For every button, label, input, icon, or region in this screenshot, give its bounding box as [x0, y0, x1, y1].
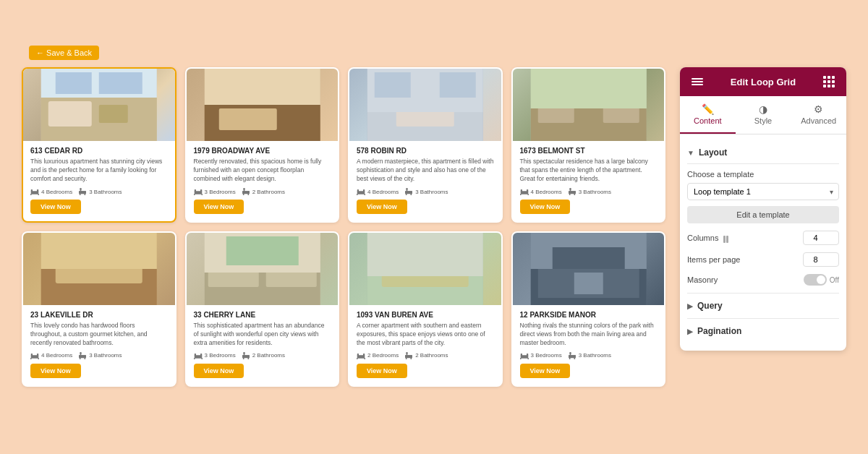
view-now-button[interactable]: View Now [520, 200, 571, 214]
svg-rect-22 [204, 69, 320, 105]
items-per-page-input[interactable] [803, 252, 839, 267]
view-now-button[interactable]: View Now [194, 200, 244, 214]
bathroom-feature: 2 Bathrooms [404, 352, 448, 359]
bath-icon [404, 188, 413, 195]
card-description: This spectacular residence has a large b… [520, 158, 658, 184]
pagination-section-header[interactable]: ▶ Pagination [687, 318, 839, 343]
masonry-toggle[interactable] [804, 274, 827, 286]
save-back-button[interactable]: ← Save & Back [29, 46, 99, 60]
svg-rect-41 [357, 189, 359, 192]
view-now-button[interactable]: View Now [520, 364, 571, 378]
property-card[interactable]: 1979 Broadway Ave Recently renovated, th… [185, 67, 340, 223]
svg-rect-75 [38, 358, 40, 359]
svg-rect-3 [99, 105, 128, 123]
svg-rect-46 [406, 194, 407, 196]
toggle-knob [817, 275, 825, 284]
svg-point-98 [243, 352, 245, 354]
card-body: 1979 Broadway Ave Recently renovated, th… [187, 141, 339, 221]
svg-rect-128 [569, 355, 576, 356]
card-image [23, 69, 175, 141]
svg-rect-95 [247, 357, 249, 359]
columns-input[interactable] [803, 231, 839, 245]
bed-icon [357, 352, 365, 359]
svg-point-113 [406, 352, 408, 354]
svg-rect-26 [194, 194, 195, 195]
template-select[interactable]: Loop template 1 [687, 183, 839, 200]
svg-rect-8 [31, 189, 33, 192]
edit-template-button[interactable]: Edit a template [687, 206, 839, 223]
svg-rect-63 [574, 194, 575, 196]
svg-rect-90 [200, 354, 202, 356]
property-card[interactable]: 33 Cherry Lane This sophisticated apartm… [185, 231, 340, 387]
view-now-button[interactable]: View Now [357, 364, 407, 378]
svg-rect-118 [552, 247, 624, 269]
bathroom-count: 2 Bathrooms [252, 189, 285, 195]
svg-rect-94 [242, 357, 244, 359]
card-image [513, 233, 665, 305]
bedroom-feature: 4 Bedrooms [520, 188, 562, 195]
card-description: Nothing rivals the stunning colors of th… [520, 322, 658, 348]
bathroom-count: 3 Bathrooms [579, 352, 611, 359]
card-body: 1093 Van Buren Ave A corner apartment wi… [349, 305, 501, 385]
bed-icon [30, 188, 39, 195]
grid-icon[interactable] [823, 76, 835, 87]
bedroom-feature: 4 Bedrooms [30, 188, 72, 195]
card-address: 1673 Belmont St [520, 147, 658, 155]
view-now-button[interactable]: View Now [30, 200, 81, 214]
property-card[interactable]: 613 Cedar Rd This luxurious apartment ha… [22, 67, 176, 223]
property-card[interactable]: 1093 Van Buren Ave A corner apartment wi… [348, 231, 503, 387]
card-address: 33 Cherry Lane [194, 311, 331, 319]
svg-rect-122 [527, 354, 528, 356]
svg-rect-64 [569, 191, 576, 192]
property-card[interactable]: 23 Lakeville Dr This lovely condo has ha… [22, 231, 176, 387]
svg-rect-39 [440, 72, 476, 98]
svg-rect-57 [520, 189, 522, 192]
svg-rect-126 [569, 357, 570, 359]
svg-point-33 [243, 188, 245, 190]
view-now-button[interactable]: View Now [357, 200, 407, 214]
bathroom-count: 2 Bathrooms [415, 352, 448, 359]
query-section-header[interactable]: ▶ Query [687, 293, 839, 318]
card-address: 613 Cedar Rd [30, 147, 168, 155]
svg-rect-119 [574, 273, 603, 294]
property-card[interactable]: 578 Robin Rd A modern masterpiece, this … [348, 67, 503, 223]
card-body: 12 Parkside Manor Nothing rivals the stu… [513, 305, 665, 385]
panel-header: Edit Loop Grid [680, 67, 846, 96]
card-description: Recently renovated, this spacious home i… [194, 158, 331, 184]
card-features: 3 Bedrooms 3 Bathrooms [520, 352, 658, 359]
card-address: 12 Parkside Manor [520, 311, 658, 319]
bathroom-feature: 3 Bathrooms [568, 188, 611, 195]
property-card[interactable]: 12 Parkside Manor Nothing rivals the stu… [511, 231, 666, 387]
svg-rect-48 [405, 191, 412, 192]
bedroom-count: 4 Bedrooms [41, 189, 72, 195]
view-now-button[interactable]: View Now [30, 364, 81, 378]
svg-rect-9 [37, 189, 38, 192]
card-image [349, 233, 501, 305]
tab-style[interactable]: ◑ Style [736, 96, 791, 134]
svg-rect-78 [85, 357, 86, 359]
property-card[interactable]: 1673 Belmont St This spectacular residen… [511, 67, 666, 223]
panel-body: ▼ Layout Choose a template Loop template… [680, 134, 846, 351]
tab-advanced[interactable]: ⚙ Advanced [791, 96, 846, 134]
bathroom-count: 3 Bathrooms [89, 189, 122, 195]
card-image [23, 233, 175, 305]
view-now-button[interactable]: View Now [194, 364, 244, 378]
bedroom-count: 3 Bedrooms [205, 352, 236, 359]
svg-rect-123 [520, 358, 522, 359]
masonry-toggle-wrapper: Off [804, 274, 839, 286]
card-description: This lovely condo has hardwood floors th… [30, 322, 168, 348]
style-icon: ◑ [741, 103, 786, 115]
tab-content[interactable]: ✏️ Content [680, 96, 736, 134]
card-features: 3 Bedrooms 2 Bathrooms [194, 188, 331, 195]
bed-icon [520, 352, 529, 359]
layout-section-header[interactable]: ▼ Layout [687, 142, 839, 164]
card-features: 4 Bedrooms 3 Bathrooms [357, 188, 494, 195]
bedroom-feature: 3 Bedrooms [194, 188, 236, 195]
hamburger-icon[interactable] [692, 78, 703, 85]
gear-icon: ⚙ [796, 103, 841, 115]
items-per-page-label: Items per page [687, 255, 740, 264]
svg-rect-11 [38, 194, 40, 195]
bedroom-count: 3 Bedrooms [205, 189, 236, 195]
bedroom-count: 4 Bedrooms [531, 189, 562, 195]
template-group: Choose a template Loop template 1 ▾ Edit… [687, 170, 839, 223]
